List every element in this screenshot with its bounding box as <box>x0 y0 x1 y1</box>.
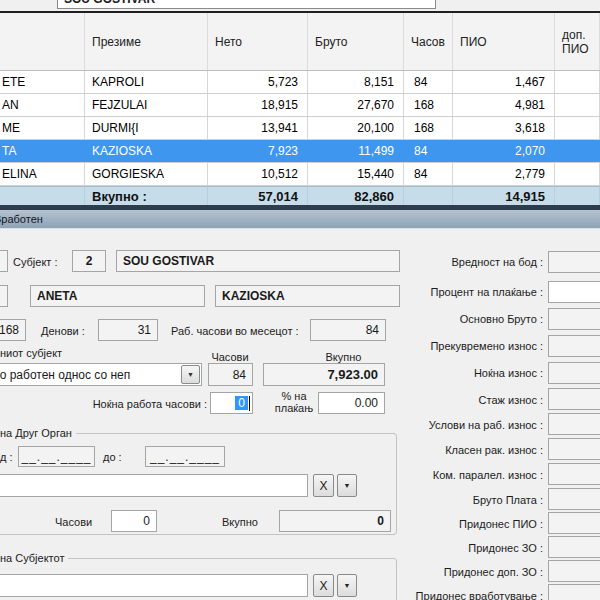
employee-table: Презиме Нето Бруто Часов ПИО доп. ПИО ET… <box>0 13 600 207</box>
rp-label-staz: Стаж износ : <box>373 394 543 406</box>
rp-label-klasen: Класен рак. износ : <box>373 444 543 456</box>
rp-field-pridones-pio[interactable] <box>548 512 600 534</box>
rp-field-bruto-plata[interactable] <box>548 488 600 510</box>
rp-field-pridones-zo[interactable] <box>548 536 600 558</box>
clear-x-button[interactable]: X <box>313 574 334 597</box>
other-org-combobox[interactable] <box>0 474 308 497</box>
rp-field-staz[interactable] <box>548 388 600 410</box>
table-row[interactable]: ME DURMI{I 13,941 20,100 168 3,618 <box>0 117 600 140</box>
employee-panel-titlebar: Вработен <box>0 210 600 229</box>
rp-field-pridones-vrabotuvanje[interactable] <box>548 584 600 600</box>
rp-label-bruto-plata: Бруто Плата : <box>373 494 543 506</box>
chevron-down-icon[interactable]: ▼ <box>337 574 357 597</box>
date-from-input[interactable]: __.__.____ <box>18 446 95 467</box>
relation-combobox-value: нато во работен однос со неп <box>0 368 180 382</box>
days-field[interactable]: 31 <box>98 319 158 341</box>
subject-name-field[interactable]: SOU GOSTIVAR <box>116 250 400 272</box>
clipped-field-left-2[interactable] <box>0 285 8 307</box>
totals-neto: 57,014 <box>208 187 308 206</box>
date-from-label: д : <box>0 451 13 463</box>
total-column-label: Вкупно <box>320 351 367 363</box>
rp-label-pridones-dop-zo: Придонес доп. ЗО : <box>373 566 543 578</box>
rp-field-bod[interactable] <box>548 251 600 273</box>
top-subject-input[interactable]: SOU GOSTIVAR <box>57 0 436 9</box>
chevron-down-icon[interactable]: ▼ <box>181 365 200 384</box>
rp-field-procent[interactable] <box>548 281 600 303</box>
table-row[interactable]: AN FEJZULAI 18,915 27,670 168 4,981 <box>0 94 600 117</box>
col-header-hours[interactable]: Часов <box>404 13 453 70</box>
other-total-label: Вкупно <box>222 516 258 528</box>
rp-label-nokna: Ноќна износ : <box>373 367 543 379</box>
rp-label-kom-paralel: Ком. паралел. износ : <box>373 469 543 481</box>
relation-total-field[interactable]: 7,923.00 <box>263 363 385 386</box>
totals-label: Вкупно : <box>85 187 208 206</box>
table-row-selected[interactable]: TA KAZIOSKA 7,923 11,499 84 2,070 <box>0 140 600 163</box>
other-org-legend: на Друг Орган <box>0 427 76 439</box>
month-hours-label: Раб. часови во месецот : <box>171 325 299 337</box>
col-header-name[interactable] <box>0 13 85 70</box>
night-work-label: Ноќна работа часови : <box>60 398 207 410</box>
payroll-app-window: субјект : SOU GOSTIVAR Презиме Нето Брут… <box>0 0 600 600</box>
table-row[interactable]: ETE KAPROLI 5,723 8,151 84 1,467 <box>0 71 600 94</box>
col-header-bruto[interactable]: Бруто <box>308 13 404 70</box>
rp-field-pridones-dop-zo[interactable] <box>548 560 600 582</box>
rp-label-pridones-zo: Придонес ЗО : <box>373 542 543 554</box>
subject-group-legend: на Субјектот <box>0 552 68 564</box>
rp-label-osnovno-bruto: Основно Бруто : <box>373 313 543 325</box>
rp-field-nokna[interactable] <box>548 362 600 384</box>
text-cursor <box>249 396 250 411</box>
pct-pay-label: % на плаќањ <box>273 390 315 414</box>
night-work-input[interactable]: 0 <box>210 392 253 414</box>
subject-label: Субјект : <box>13 256 58 268</box>
relation-combobox[interactable]: нато во работен однос со неп ▼ <box>0 363 202 386</box>
col-header-dop-pio[interactable]: доп. ПИО <box>555 13 600 70</box>
rp-field-kom-paralel[interactable] <box>548 463 600 485</box>
relation-group-legend: ниот субјект <box>0 347 62 359</box>
rp-field-osnovno-bruto[interactable] <box>548 308 600 330</box>
other-hours-input[interactable]: 0 <box>111 510 157 532</box>
table-row[interactable]: ELINA GORGIESKA 10,512 15,440 84 2,779 <box>0 163 600 186</box>
col-header-pio[interactable]: ПИО <box>453 13 555 70</box>
table-totals-row: Вкупно : 57,014 82,860 14,915 <box>0 186 600 207</box>
rp-field-klasen[interactable] <box>548 438 600 460</box>
date-to-label: до : <box>103 451 122 463</box>
rp-field-uslovi[interactable] <box>548 413 600 435</box>
hours-168-field[interactable]: 168 <box>0 319 26 341</box>
rp-label-procent: Процент на плаќање : <box>373 286 543 298</box>
rp-label-prekuvremeno: Прекувремено износ : <box>373 340 543 352</box>
col-header-neto[interactable]: Нето <box>208 13 308 70</box>
days-label: Денови : <box>41 325 85 337</box>
first-name-field[interactable]: ANETA <box>30 285 205 307</box>
clipped-field-left-1[interactable] <box>0 250 8 272</box>
employee-panel-title: Вработен <box>0 213 43 225</box>
date-to-input[interactable]: __.__.____ <box>145 446 225 467</box>
rp-label-pridones-vrabotuvanje: Придонес вработување : <box>373 590 543 600</box>
totals-pio: 14,915 <box>453 187 555 206</box>
rp-label-bod: Вредност на бод : <box>373 256 543 268</box>
col-header-surname[interactable]: Презиме <box>85 13 208 70</box>
chevron-down-icon[interactable]: ▼ <box>337 474 357 497</box>
hours-column-label: Часови <box>207 351 253 363</box>
other-hours-label: Часови <box>55 516 92 528</box>
rp-label-pridones-pio: Придонес ПИО : <box>373 518 543 530</box>
table-header-row: Презиме Нето Бруто Часов ПИО доп. ПИО <box>0 13 600 71</box>
rp-label-uslovi: Услови на раб. износ : <box>373 419 543 431</box>
selected-text: 0 <box>235 396 248 410</box>
relation-hours-field[interactable]: 84 <box>208 363 253 386</box>
subject-combobox[interactable] <box>0 574 308 597</box>
subject-code-field[interactable]: 2 <box>72 250 106 272</box>
clear-x-button[interactable]: X <box>313 474 334 497</box>
rp-field-prekuvremeno[interactable] <box>548 335 600 357</box>
totals-bruto: 82,860 <box>308 187 404 206</box>
